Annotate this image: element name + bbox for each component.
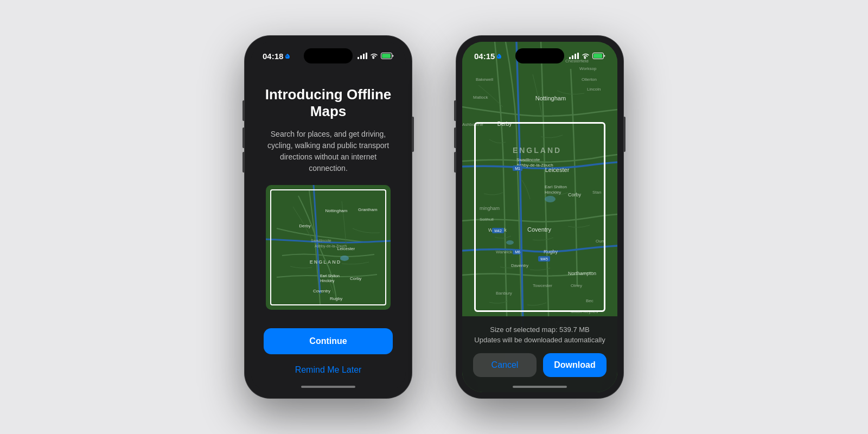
map-bottom-panel: Size of selected map: 539.7 MB Updates w… [462,316,617,392]
svg-text:Hinckley: Hinckley [320,279,335,283]
svg-text:Grantham: Grantham [358,207,378,212]
svg-text:M1: M1 [515,167,520,170]
svg-text:Derby: Derby [299,224,310,228]
status-icons-1 [358,53,394,59]
dynamic-island-1 [304,48,353,63]
svg-text:M45: M45 [540,257,548,261]
home-indicator-2 [513,386,567,388]
svg-text:ENGLAND: ENGLAND [513,146,561,155]
svg-point-17 [545,196,556,202]
dynamic-island-2 [515,48,564,63]
svg-text:Ashby-de-la-Zouch: Ashby-de-la-Zouch [315,244,347,248]
svg-text:Oum: Oum [596,239,605,244]
battery-icon-2 [592,53,605,59]
location-icon [285,53,290,59]
map-action-buttons: Cancel Download [473,353,607,377]
svg-rect-60 [593,54,602,58]
signal-bars-2 [569,53,579,59]
svg-text:Warwick: Warwick [496,250,513,254]
svg-text:Lincoln: Lincoln [587,87,601,92]
svg-text:Olney: Olney [571,283,582,288]
svg-text:M6: M6 [515,250,520,254]
svg-text:Swadlincote: Swadlincote [311,239,331,242]
remind-later-button[interactable]: Remind Me Later [291,361,366,379]
svg-point-3 [340,256,349,261]
svg-text:ENGLAND: ENGLAND [310,259,342,265]
battery-icon-1 [381,53,394,59]
svg-text:Nottingham: Nottingham [326,208,348,213]
status-icons-2 [569,53,605,59]
svg-point-18 [506,240,514,245]
svg-text:mingham: mingham [480,206,500,211]
phone-2: Nottingham Derby Leicester Swadlincote A… [456,35,624,399]
svg-text:Corby: Corby [568,192,582,197]
svg-text:Solihull: Solihull [480,217,494,222]
svg-text:Corby: Corby [350,276,361,281]
phone-1-screen: 04:18 [251,42,406,392]
svg-text:Earl Shilton: Earl Shilton [545,184,567,189]
svg-rect-1 [382,54,391,58]
intro-content: Introducing Offline Maps Search for plac… [251,70,406,392]
svg-text:Swadlincote: Swadlincote [516,157,540,162]
cancel-button[interactable]: Cancel [473,353,537,377]
svg-text:Banbury: Banbury [496,291,512,296]
download-button[interactable]: Download [543,353,607,377]
svg-text:Matlock: Matlock [473,95,489,100]
svg-text:Coventry: Coventry [527,226,552,233]
continue-button[interactable]: Continue [264,328,393,354]
svg-text:M42: M42 [494,229,502,233]
phone-1: 04:18 [244,35,412,399]
intro-title: Introducing Offline Maps [264,86,393,120]
map-size-info: Size of selected map: 539.7 MB Updates w… [474,324,605,346]
wifi-icon-2 [582,53,590,59]
svg-text:Hinckley: Hinckley [545,190,561,195]
wifi-icon-1 [370,53,378,59]
svg-text:Northampton: Northampton [568,271,596,276]
svg-text:Ashbourne: Ashbourne [462,122,483,127]
phone-2-screen: Nottingham Derby Leicester Swadlincote A… [462,42,617,392]
status-time-1: 04:18 [263,52,290,61]
svg-text:Milton Keynes: Milton Keynes [571,309,598,314]
svg-text:Rugby: Rugby [544,249,558,254]
svg-text:Nottingham: Nottingham [535,95,566,101]
svg-text:Daventry: Daventry [511,263,528,268]
svg-text:Derby: Derby [497,121,512,127]
svg-text:Ollerton: Ollerton [582,77,597,82]
map-preview-svg: Nottingham Derby Leicester Ashby-de-la-Z… [266,185,391,310]
svg-text:Bec: Bec [586,298,593,303]
svg-text:Stan: Stan [592,190,601,195]
svg-text:Coventry: Coventry [313,289,330,293]
svg-text:Bakewell: Bakewell [476,77,493,82]
svg-text:Rugby: Rugby [330,296,342,301]
svg-text:Earl Shilton: Earl Shilton [320,274,340,278]
signal-bars-1 [358,53,367,59]
location-icon-2 [496,53,502,59]
svg-text:Towcester: Towcester [533,283,552,288]
home-indicator-1 [301,386,355,388]
map-preview: Nottingham Derby Leicester Ashby-de-la-Z… [266,185,391,310]
intro-desc: Search for places, and get driving, cycl… [264,129,393,174]
status-time-2: 04:15 [474,52,502,61]
